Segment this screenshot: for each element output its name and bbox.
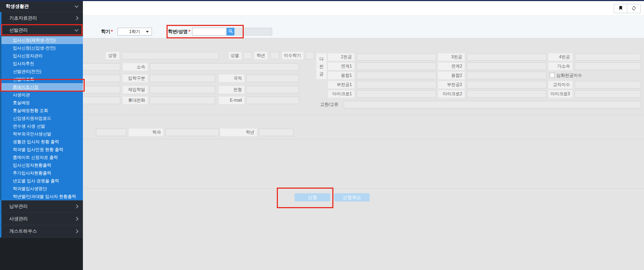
completed-terms-label: 이수학기: [282, 52, 303, 59]
fusion1-label: 융합1: [328, 72, 354, 79]
chevron-right-icon: [74, 16, 78, 20]
required-asterisk: *: [111, 29, 113, 34]
grade-label: 학년: [254, 52, 268, 59]
sidebar-item-resident-transfer[interactable]: 사생이관: [1, 91, 83, 99]
completed-terms-input[interactable]: [305, 52, 314, 59]
exchange-label: 교환/교류: [315, 101, 341, 108]
sidebar-group-payment-mgmt[interactable]: 납부관리: [0, 200, 83, 213]
sidebar-item-room-assignment-status[interactable]: 호실배정현황 조회: [1, 107, 83, 114]
sidebar-item-dept-resident-report[interactable]: 학과별 입사인원 현황 출력: [1, 146, 83, 153]
divider: [83, 139, 644, 139]
student-name-readonly-field: [235, 28, 272, 36]
sidebar-item-additional-resident-report[interactable]: 추가입사자현황출력: [1, 169, 83, 177]
chevron-down-icon: [74, 28, 78, 32]
student-id-name-input[interactable]: [192, 28, 226, 36]
affiliation-input[interactable]: [150, 63, 299, 71]
screening-label: 전형: [219, 86, 244, 93]
search-icon: [228, 28, 233, 35]
bookmark-icon: [618, 5, 623, 12]
page: 학기* 1학기 학번/성명* 성명 성별 학년 이수학기 소속 입학구분 국적 …: [0, 0, 644, 270]
required-asterisk: *: [189, 29, 190, 34]
multi-major-label: 다전공: [316, 53, 327, 79]
sidebar-item-yearly-competition-report[interactable]: 년도별 입사 경쟁율 출력: [1, 177, 83, 185]
grade2-input[interactable]: [259, 129, 294, 136]
cancel-apply-button[interactable]: 신청취소: [334, 193, 370, 201]
sidebar-item-room-assignment[interactable]: 호실배정: [1, 99, 83, 107]
sub-affiliation-input[interactable]: [575, 63, 641, 70]
fusion1-input[interactable]: [357, 72, 436, 79]
apply-button[interactable]: 신청: [295, 193, 330, 201]
micro2-label: 마이크로2: [438, 90, 465, 98]
department-input[interactable]: [165, 129, 219, 136]
sidebar-item-selection-mgmt-cheonan[interactable]: 선발관리(천안): [1, 68, 83, 75]
gender-label: 성별: [229, 52, 242, 59]
chevron-right-icon: [74, 204, 78, 208]
nationality-input[interactable]: [246, 75, 299, 82]
sidebar-group-resident-mgmt[interactable]: 사생관리: [0, 213, 83, 225]
sidebar-group-guesthouse[interactable]: 게스트하우스: [0, 225, 83, 238]
sidebar-item-freshman-upload[interactable]: 신입생지원자업로드: [1, 114, 83, 122]
sidebar-title[interactable]: 학생생활관: [0, 1, 83, 12]
sidebar-group-label: 사생관리: [9, 216, 28, 221]
name-input[interactable]: [121, 52, 218, 59]
header-icon-buttons: [614, 4, 641, 13]
header-bar: [83, 1, 644, 15]
intensive-major-label: 심화전공이수: [556, 72, 582, 79]
sidebar-item-grade-college-resident-report[interactable]: 학년별/단과대별 입사자 현황출력: [1, 193, 83, 200]
sidebar-group-basic-data[interactable]: 기초자료관리: [0, 12, 83, 25]
refresh-button[interactable]: [627, 4, 641, 13]
major4-input[interactable]: [575, 53, 641, 61]
sidebar-group-label: 게스트하우스: [9, 228, 37, 234]
linked1-input[interactable]: [357, 63, 436, 70]
linked2-input[interactable]: [467, 63, 547, 70]
sidebar-item-trainee-selection[interactable]: 연수생 사생 선발: [1, 122, 83, 130]
readmission-date-label: 재입학일: [123, 86, 148, 93]
student-id-name-label: 학번/성명*: [168, 28, 190, 36]
micro3-label: 마이크로3: [548, 90, 572, 98]
semester-select-value: 1학기: [129, 29, 140, 34]
search-button[interactable]: [227, 28, 234, 36]
admission-type-input[interactable]: [150, 75, 215, 82]
divider: [83, 115, 644, 115]
email-input[interactable]: [246, 97, 299, 104]
micro1-input[interactable]: [357, 90, 436, 98]
chevron-down-icon: [74, 4, 78, 8]
readmission-date-input[interactable]: [150, 86, 215, 93]
micro3-input[interactable]: [575, 90, 641, 98]
roommate-student-id-input[interactable]: [96, 129, 126, 136]
sidebar-item-dorm-resident-report[interactable]: 생활관 입사자 현황 출력: [1, 138, 83, 146]
sidebar-group-selection-mgmt[interactable]: 선발관리: [0, 25, 83, 36]
sidebar-item-roommate-report[interactable]: 룸메이트 신청자료 출력: [1, 153, 83, 161]
sidebar-item-dept-resident-list[interactable]: 학과별입사생명단: [1, 185, 83, 193]
sidebar: 학생생활관 기초자료관리 선발관리 입사신청(재학생-천안) 입사신청(신입생-…: [0, 1, 83, 270]
exchange-input[interactable]: [344, 101, 641, 108]
semester-select[interactable]: 1학기: [117, 28, 152, 36]
major3-input[interactable]: [467, 53, 547, 61]
sidebar-item-resident-recommend[interactable]: 입사자추천: [1, 60, 83, 68]
micro2-input[interactable]: [467, 90, 547, 98]
fusion2-input[interactable]: [467, 72, 547, 79]
sidebar-item-foreign-undergrad-selection[interactable]: 학부외국인사생선발: [1, 130, 83, 138]
major2-input[interactable]: [357, 53, 436, 61]
minor2-input[interactable]: [467, 81, 547, 88]
linked1-label: 연계1: [328, 63, 354, 70]
sidebar-item-selectee-inquiry[interactable]: 선발자조회: [1, 75, 83, 83]
mobile-input[interactable]: [150, 97, 215, 104]
sidebar-item-roommate-request[interactable]: 룸메이트신청: [1, 83, 83, 91]
grade-input[interactable]: [270, 52, 279, 59]
filter-bar: [83, 15, 644, 38]
sidebar-item-entry-apply-freshman[interactable]: 입사신청(신입생-천안): [1, 44, 83, 52]
intensive-major-checkbox[interactable]: [550, 73, 555, 78]
minor2-label: 부전공2: [438, 81, 465, 88]
semester-label: 학기*: [101, 28, 113, 36]
sidebar-item-entry-apply-current[interactable]: 입사신청(재학생-천안): [1, 36, 83, 44]
gender-input[interactable]: [243, 52, 252, 59]
screening-input[interactable]: [246, 86, 299, 93]
chevron-down-icon: [146, 31, 149, 33]
sidebar-title-label: 학생생활관: [6, 4, 29, 9]
minor1-input[interactable]: [357, 81, 436, 88]
sidebar-item-applicant-status-report[interactable]: 입사신청자현황출력: [1, 161, 83, 169]
sidebar-item-applicant-mgmt[interactable]: 입사신청자관리: [1, 52, 83, 60]
teaching-cert-input[interactable]: [575, 81, 641, 88]
bookmark-button[interactable]: [614, 4, 627, 13]
